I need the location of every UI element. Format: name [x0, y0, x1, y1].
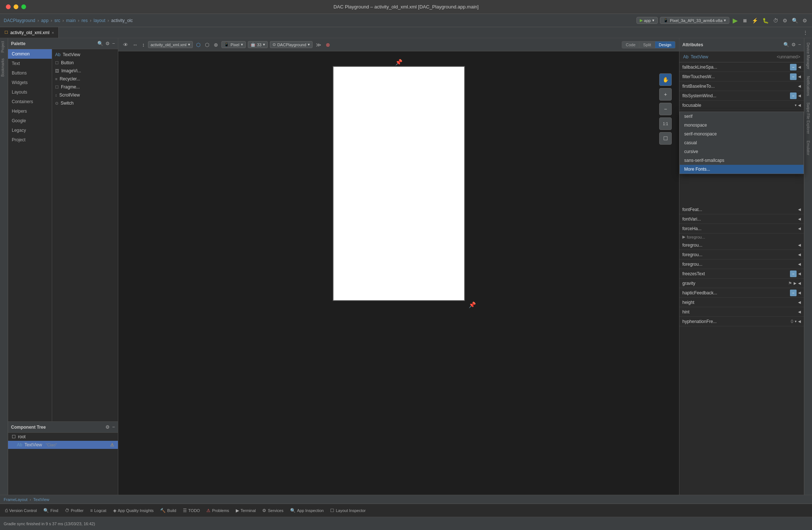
attr-expand-height[interactable]: ◀: [798, 300, 801, 304]
palette-item-imageview[interactable]: 🖼 ImageVi...: [52, 67, 118, 75]
attr-expand-fontfeat[interactable]: ◀: [798, 207, 801, 211]
font-option-casual[interactable]: casual: [680, 138, 804, 147]
right-strip-emulator[interactable]: Emulator: [805, 138, 811, 158]
palette-item-button[interactable]: ☐ Button: [52, 59, 118, 67]
design-view-button[interactable]: Design: [655, 41, 675, 48]
attr-row-freezestext[interactable]: freezesText − ◀: [679, 269, 804, 279]
category-google[interactable]: Google: [8, 116, 52, 126]
attr-clear-fits[interactable]: −: [790, 92, 797, 99]
palette-settings-button[interactable]: ⚙: [105, 41, 110, 46]
hand-tool-button[interactable]: ✋: [659, 73, 672, 86]
breadcrumb-file[interactable]: activity_olc: [111, 18, 133, 23]
palette-item-textview[interactable]: Ab TextView: [52, 51, 118, 59]
palette-search-button[interactable]: 🔍: [97, 41, 103, 46]
api-dropdown[interactable]: 🤖 33 ▾: [248, 41, 268, 48]
layout-validation-button[interactable]: ⊕: [213, 41, 219, 49]
palette-minimize-button[interactable]: −: [112, 41, 115, 46]
attr-row-fitssystemwind[interactable]: fitsSystemWind... − ◀: [679, 91, 804, 101]
component-tree-settings-button[interactable]: ⚙: [105, 424, 110, 430]
attr-row-foregrou3[interactable]: foregrou... ◀: [679, 250, 804, 259]
category-widgets[interactable]: Widgets: [8, 78, 52, 87]
category-text[interactable]: Text: [8, 59, 52, 68]
bottom-services[interactable]: ⚙ Services: [259, 507, 286, 514]
right-strip-notifications[interactable]: Notifications: [805, 73, 811, 99]
force-layout-button[interactable]: ⬡: [204, 41, 210, 49]
font-option-cursive[interactable]: cursive: [680, 147, 804, 156]
zoom-in-button[interactable]: +: [659, 88, 672, 101]
bottom-build[interactable]: 🔨 Build: [157, 507, 179, 514]
breadcrumb-res[interactable]: res: [82, 18, 88, 23]
bottom-profiler[interactable]: ⏱ Profiler: [62, 507, 87, 514]
zoom-out-button[interactable]: −: [659, 103, 672, 115]
font-option-more-fonts[interactable]: More Fonts...: [680, 165, 804, 174]
category-project[interactable]: Project: [8, 135, 52, 145]
bottom-logcat[interactable]: ≡ Logcat: [87, 507, 109, 514]
breadcrumb-layout[interactable]: layout: [94, 18, 105, 23]
attr-row-focusable[interactable]: focusable ▾ ◀: [679, 101, 804, 110]
code-view-button[interactable]: Code: [622, 41, 639, 48]
attr-expand-gravity[interactable]: ◀: [798, 281, 801, 285]
attr-row-gravity[interactable]: gravity ⚑ ▶ ◀: [679, 279, 804, 288]
font-option-monospace[interactable]: monospace: [680, 121, 804, 130]
device-dropdown[interactable]: 📱 Pixel ▾: [221, 41, 246, 48]
attr-clear-freezestext[interactable]: −: [790, 271, 797, 277]
left-strip-bookmarks[interactable]: Bookmarks: [0, 55, 8, 80]
font-option-serif[interactable]: serif: [680, 112, 804, 121]
zoom-fit-button[interactable]: 1:1: [659, 117, 672, 130]
category-common[interactable]: Common: [8, 49, 52, 59]
run-button[interactable]: ▶: [732, 15, 739, 26]
filename-dropdown[interactable]: activity_old_xml.xml ▾: [148, 41, 193, 48]
category-helpers[interactable]: Helpers: [8, 106, 52, 116]
sync-button[interactable]: ⚡: [751, 17, 759, 25]
maximize-button[interactable]: [21, 4, 26, 9]
bottom-terminal[interactable]: ▶ Terminal: [233, 507, 259, 514]
category-containers[interactable]: Containers: [8, 97, 52, 106]
app-selector[interactable]: ▶ app ▾: [636, 17, 658, 24]
breadcrumb-src[interactable]: src: [54, 18, 60, 23]
attr-row-hyphenation[interactable]: hyphenationFre... 0 ▾ ◀: [679, 317, 804, 326]
palette-item-scrollview[interactable]: ↕ ScrollView: [52, 91, 118, 99]
bottom-find[interactable]: 🔍 Find: [40, 507, 61, 514]
breadcrumb-dacplayground[interactable]: DACPlayground: [4, 18, 35, 23]
debug-button[interactable]: 🐛: [761, 17, 770, 25]
eye-button[interactable]: 👁: [122, 41, 129, 49]
right-strip-swipe-file-explorer[interactable]: Swipe File Explorer: [805, 99, 811, 137]
bottom-todo[interactable]: ☰ TODO: [180, 507, 203, 514]
attr-expand-foregrou4[interactable]: ◀: [798, 262, 801, 266]
category-layouts[interactable]: Layouts: [8, 87, 52, 97]
palette-item-recyclerview[interactable]: ≡ Recycler...: [52, 75, 118, 83]
tree-item-root[interactable]: ☐ root: [8, 433, 118, 441]
tab-activity-old-xml[interactable]: ☐ activity_old_xml.xml ×: [0, 27, 59, 38]
bottom-app-inspection[interactable]: 🔍 App Inspection: [287, 507, 327, 514]
palette-item-fragment[interactable]: ☐ Fragme...: [52, 83, 118, 91]
right-strip-device-manager[interactable]: Device Manager: [805, 40, 811, 72]
project-dropdown[interactable]: ⊙ DACPlayground ▾: [270, 41, 313, 48]
bottom-problems[interactable]: ⚠ Problems: [203, 507, 232, 514]
tab-close-icon[interactable]: ×: [52, 30, 54, 35]
breadcrumb-bottom-textview[interactable]: TextView: [33, 497, 49, 502]
close-button[interactable]: [6, 4, 11, 9]
stop-button[interactable]: ⏹: [741, 17, 748, 25]
fit-height-button[interactable]: ↕: [141, 41, 146, 49]
tree-item-textview[interactable]: Ab TextView "Ciao" ⚠: [8, 441, 118, 449]
attr-expand-fontvari[interactable]: ◀: [798, 217, 801, 221]
left-strip-project[interactable]: Project: [0, 38, 8, 55]
search-button[interactable]: 🔍: [791, 17, 799, 25]
attr-row-forceha[interactable]: forceHa... ◀: [679, 224, 804, 233]
attr-row-fallbacklinespa[interactable]: fallbackLineSpa... − ◀: [679, 62, 804, 72]
attr-row-hint[interactable]: hint ◀: [679, 307, 804, 317]
bottom-app-quality[interactable]: ◈ App Quality Insights: [110, 507, 157, 514]
breadcrumb-app[interactable]: app: [41, 18, 48, 23]
attr-row-fontfeat[interactable]: fontFeat... ◀: [679, 205, 804, 214]
attributes-search-button[interactable]: 🔍: [783, 42, 789, 47]
attr-row-foregrou2[interactable]: foregrou... ◀: [679, 240, 804, 250]
device-selector[interactable]: 📱 Pixel_3a_API_33_arm64-v8a ▾: [660, 17, 729, 24]
frame-button[interactable]: ☐: [659, 132, 672, 145]
blueprint-button[interactable]: ⬡: [195, 41, 202, 49]
component-tree-minimize-button[interactable]: −: [112, 424, 115, 430]
attr-row-fontvari[interactable]: fontVari... ◀: [679, 214, 804, 224]
attr-expand-freezestext[interactable]: ◀: [798, 272, 801, 276]
bottom-layout-inspector[interactable]: ☐ Layout Inspector: [327, 507, 368, 514]
attr-clear-filter[interactable]: −: [790, 73, 797, 80]
attr-clear-fallback[interactable]: −: [790, 64, 797, 70]
